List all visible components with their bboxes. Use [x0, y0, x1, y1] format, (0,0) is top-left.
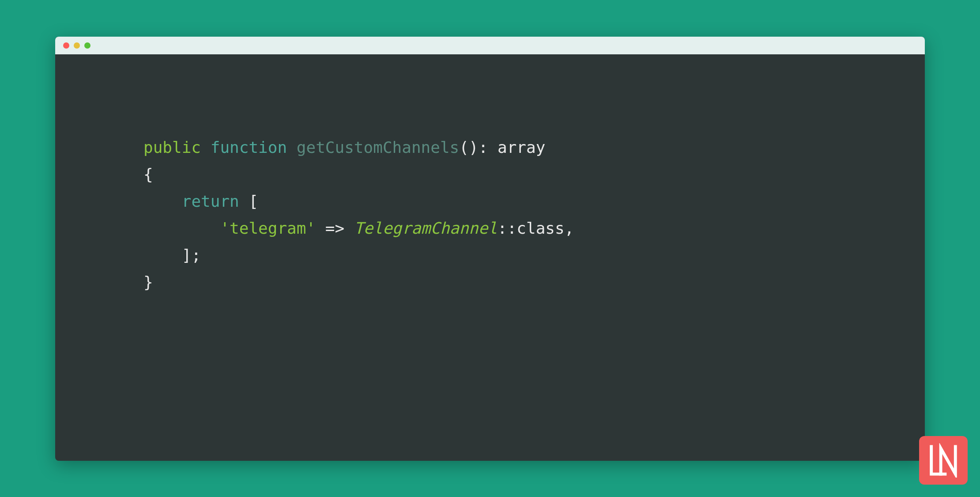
brace-close: }	[143, 273, 153, 291]
double-arrow: =>	[325, 219, 344, 237]
code-line-1: public function getCustomChannels(): arr…	[143, 134, 837, 161]
class-keyword: class	[516, 219, 564, 237]
string-literal: 'telegram'	[220, 219, 316, 237]
code-line-2: {	[143, 161, 837, 188]
code-line-3: return [	[143, 188, 837, 215]
comma: ,	[565, 219, 574, 237]
scope-resolution: ::	[498, 219, 516, 237]
close-icon[interactable]	[63, 42, 69, 49]
code-line-5: ];	[143, 242, 837, 269]
colon: :	[479, 138, 488, 156]
code-editor: public function getCustomChannels(): arr…	[55, 54, 925, 461]
brace-open: {	[143, 165, 153, 183]
class-name: TelegramChannel	[354, 219, 498, 237]
code-line-4: 'telegram' => TelegramChannel::class,	[143, 215, 837, 242]
maximize-icon[interactable]	[84, 42, 90, 49]
bracket-open: [	[249, 192, 258, 210]
semicolon: ;	[191, 246, 201, 264]
minimize-icon[interactable]	[74, 42, 80, 49]
code-line-6: }	[143, 269, 837, 296]
window-titlebar	[55, 37, 925, 54]
keyword-public: public	[143, 138, 201, 156]
return-type: array	[498, 138, 545, 156]
parentheses: ()	[459, 138, 478, 156]
ln-logo-icon	[926, 443, 961, 478]
method-name: getCustomChannels	[297, 138, 459, 156]
keyword-function: function	[211, 138, 287, 156]
editor-window: public function getCustomChannels(): arr…	[55, 37, 925, 461]
keyword-return: return	[182, 192, 239, 210]
logo-badge	[919, 436, 968, 485]
bracket-close: ]	[182, 246, 192, 264]
